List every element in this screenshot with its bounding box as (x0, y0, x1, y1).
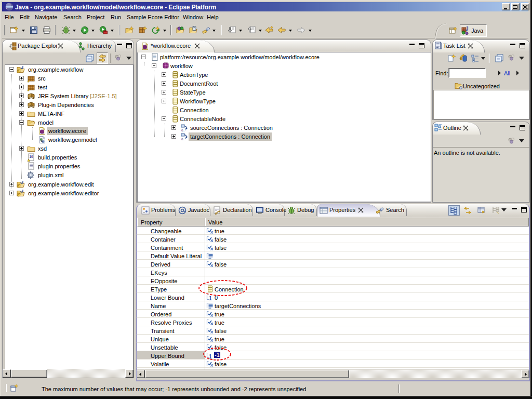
svg-text:J: J (466, 26, 469, 32)
svg-text:0..*: 0..* (181, 138, 187, 141)
svg-text:0..*: 0..* (181, 129, 187, 132)
svg-text:10: 10 (30, 155, 34, 158)
